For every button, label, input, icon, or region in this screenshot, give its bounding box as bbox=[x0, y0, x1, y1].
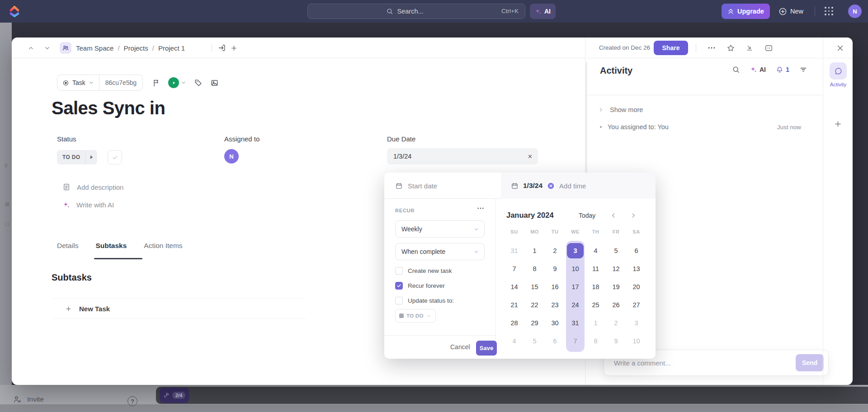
add-view-icon[interactable] bbox=[834, 120, 842, 128]
calendar-day[interactable]: 6 bbox=[628, 243, 645, 258]
add-description-row[interactable]: Add description bbox=[62, 183, 123, 191]
calendar-day[interactable]: 28 bbox=[506, 315, 523, 331]
due-date-field[interactable]: 1/3/24 ✕ bbox=[387, 148, 538, 164]
calendar-day[interactable]: 12 bbox=[608, 261, 624, 276]
calendar-day[interactable]: 3 bbox=[567, 243, 584, 258]
recur-option-row[interactable]: Recur forever bbox=[395, 281, 486, 290]
tab-subtasks[interactable]: Subtasks bbox=[95, 242, 127, 253]
checkbox-icon[interactable] bbox=[395, 267, 403, 275]
recur-option-row[interactable]: Create new task bbox=[395, 266, 486, 276]
recur-more-icon[interactable] bbox=[476, 204, 485, 212]
calendar-day[interactable]: 29 bbox=[526, 315, 543, 331]
calendar-day[interactable]: 7 bbox=[567, 333, 584, 349]
apps-grid-icon[interactable] bbox=[825, 7, 834, 16]
recur-trigger-select[interactable]: When complete bbox=[395, 243, 485, 260]
notifications-button[interactable]: 1 bbox=[776, 66, 789, 74]
due-date-input-value[interactable]: 1/3/24 bbox=[523, 182, 542, 190]
calendar-day[interactable]: 26 bbox=[608, 297, 624, 313]
checkbox-icon[interactable] bbox=[395, 297, 403, 304]
calendar-day[interactable]: 1 bbox=[526, 243, 543, 258]
flag-icon[interactable] bbox=[152, 79, 160, 87]
calendar-day[interactable]: 17 bbox=[567, 279, 584, 295]
calendar-day[interactable]: 18 bbox=[587, 279, 604, 295]
track-time-control[interactable] bbox=[168, 77, 186, 88]
calendar-day[interactable]: 31 bbox=[567, 315, 584, 331]
calendar-day[interactable]: 10 bbox=[567, 261, 584, 276]
clickup-logo-icon[interactable] bbox=[7, 4, 22, 19]
move-task-icon[interactable] bbox=[218, 44, 226, 52]
assignee-avatar[interactable]: N bbox=[224, 149, 239, 164]
today-button[interactable]: Today bbox=[579, 212, 595, 219]
due-date-active-field[interactable]: 1/3/24 Add time bbox=[501, 173, 656, 199]
recur-option-row[interactable]: Update status to: bbox=[395, 295, 486, 305]
task-id[interactable]: 86cu7e5bg bbox=[99, 79, 142, 86]
calendar-day[interactable]: 13 bbox=[628, 261, 645, 276]
comment-input[interactable] bbox=[614, 359, 796, 367]
calendar-day[interactable]: 4 bbox=[506, 333, 523, 349]
calendar-day[interactable]: 24 bbox=[567, 297, 584, 313]
mark-complete-button[interactable] bbox=[108, 150, 122, 164]
clear-date-icon[interactable] bbox=[547, 182, 555, 190]
tag-icon[interactable] bbox=[194, 79, 203, 87]
calendar-day[interactable]: 23 bbox=[547, 297, 563, 313]
tab-details[interactable]: Details bbox=[57, 242, 78, 253]
add-time-button[interactable]: Add time bbox=[559, 182, 586, 190]
write-with-ai-row[interactable]: Write with AI bbox=[62, 201, 114, 209]
calendar-day[interactable]: 9 bbox=[608, 333, 624, 349]
space-people-icon[interactable] bbox=[60, 42, 71, 54]
calendar-day[interactable]: 7 bbox=[506, 261, 523, 276]
calendar-day[interactable]: 8 bbox=[526, 261, 543, 276]
calendar-day[interactable]: 2 bbox=[547, 243, 563, 258]
calendar-day[interactable]: 30 bbox=[547, 315, 563, 331]
onboarding-progress-button[interactable]: 2/4 bbox=[160, 388, 189, 403]
image-icon[interactable] bbox=[210, 79, 219, 87]
save-button[interactable]: Save bbox=[476, 341, 497, 356]
send-button[interactable]: Send bbox=[796, 354, 824, 371]
task-title[interactable]: Sales Sync in bbox=[52, 98, 165, 118]
search-bar[interactable]: Ctrl+K bbox=[307, 4, 525, 19]
calendar-day[interactable]: 6 bbox=[547, 333, 563, 349]
calendar-day[interactable]: 8 bbox=[587, 333, 604, 349]
calendar-day[interactable]: 15 bbox=[526, 279, 543, 295]
breadcrumb-item[interactable]: Projects bbox=[124, 44, 148, 52]
prev-month-icon[interactable] bbox=[610, 212, 617, 219]
calendar-day[interactable]: 5 bbox=[608, 243, 624, 258]
cancel-button[interactable]: Cancel bbox=[450, 343, 470, 351]
status-dropdown[interactable]: TO DO bbox=[57, 150, 97, 164]
calendar-day[interactable]: 9 bbox=[547, 261, 563, 276]
activity-ai-button[interactable]: AI bbox=[750, 66, 766, 73]
user-avatar[interactable]: N bbox=[848, 5, 862, 18]
calendar-day[interactable]: 19 bbox=[608, 279, 624, 295]
play-icon[interactable] bbox=[168, 77, 179, 88]
calendar-day[interactable]: 2 bbox=[608, 315, 624, 331]
start-date-field[interactable]: Start date bbox=[395, 173, 437, 199]
calendar-day[interactable]: 14 bbox=[506, 279, 523, 295]
calendar-day[interactable]: 20 bbox=[628, 279, 645, 295]
invite-button[interactable]: Invite bbox=[13, 395, 44, 404]
calendar-day[interactable]: 10 bbox=[628, 333, 645, 349]
search-icon[interactable] bbox=[732, 66, 740, 74]
calendar-day[interactable]: 21 bbox=[506, 297, 523, 313]
calendar-day[interactable]: 16 bbox=[547, 279, 563, 295]
next-status-button[interactable] bbox=[85, 150, 97, 164]
calendar-day[interactable]: 4 bbox=[587, 243, 604, 258]
calendar-day[interactable]: 11 bbox=[587, 261, 604, 276]
calendar-day[interactable]: 1 bbox=[587, 315, 604, 331]
next-task-button[interactable] bbox=[42, 42, 52, 53]
show-more-button[interactable]: Show more bbox=[598, 106, 643, 113]
recur-status-select[interactable]: TO DO bbox=[395, 309, 436, 323]
task-type-selector[interactable]: Task bbox=[57, 75, 99, 90]
tab-action-items[interactable]: Action Items bbox=[144, 242, 182, 253]
calendar-day[interactable]: 27 bbox=[628, 297, 645, 313]
prev-task-button[interactable] bbox=[25, 42, 36, 53]
next-month-icon[interactable] bbox=[630, 212, 637, 219]
clear-due-date-icon[interactable]: ✕ bbox=[528, 153, 533, 160]
activity-tab-button[interactable] bbox=[830, 62, 847, 80]
add-tab-icon[interactable] bbox=[230, 44, 238, 52]
calendar-day[interactable]: 31 bbox=[506, 243, 523, 258]
upgrade-button[interactable]: Upgrade bbox=[722, 4, 770, 19]
help-icon[interactable]: ? bbox=[127, 396, 137, 406]
calendar-day[interactable]: 22 bbox=[526, 297, 543, 313]
new-task-button[interactable]: New Task bbox=[52, 298, 306, 319]
filter-icon[interactable] bbox=[799, 66, 807, 74]
